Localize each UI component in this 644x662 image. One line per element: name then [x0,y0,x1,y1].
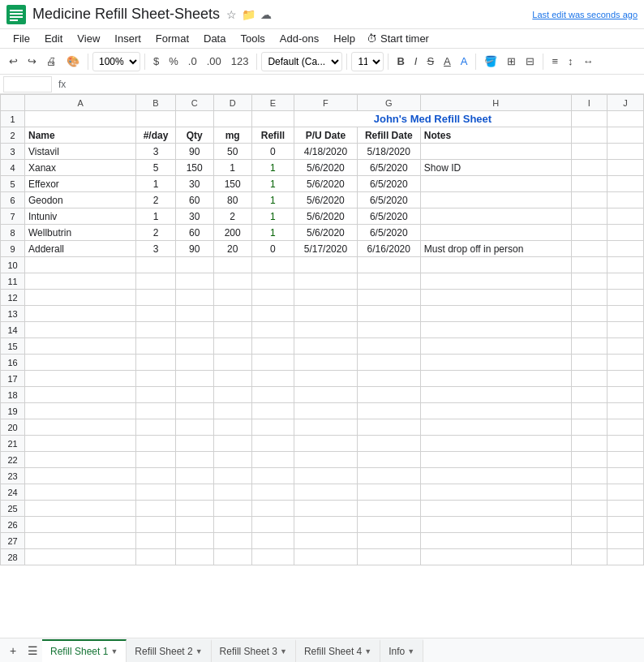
cell-I4[interactable] [571,160,607,176]
cell-J5[interactable] [608,176,644,192]
cell-E3[interactable]: 0 [251,144,294,160]
text-color-button[interactable]: A [457,53,472,70]
cell-E7[interactable]: 1 [251,208,294,225]
cell-A5[interactable]: Effexor [25,176,136,192]
cell-F5[interactable]: 5/6/2020 [294,176,357,192]
cell-G7[interactable]: 6/5/2020 [357,208,420,225]
bold-button[interactable]: B [393,53,408,70]
cell-F6[interactable]: 5/6/2020 [294,192,357,208]
cell-A7[interactable]: Intuniv [25,208,136,225]
cell-D2[interactable]: mg [213,127,251,144]
cell-I8[interactable] [571,225,607,241]
col-header-I[interactable]: I [571,95,607,111]
cell-reference-input[interactable] [3,76,52,92]
paint-format-button[interactable]: 🎨 [62,53,84,70]
cell-D1[interactable] [213,111,251,127]
cell-A8[interactable]: Wellbutrin [25,225,136,241]
cell-B7[interactable]: 1 [136,208,176,225]
sheet-tab-2[interactable]: Refill Sheet 2 ▼ [127,639,211,662]
cell-I3[interactable] [571,144,607,160]
wrap-button[interactable]: ↔ [579,53,598,70]
sheet-list-button[interactable]: ☰ [23,641,42,660]
currency-button[interactable]: $ [149,53,163,70]
cell-C4[interactable]: 150 [175,160,213,176]
col-header-J[interactable]: J [608,95,644,111]
cell-I6[interactable] [571,192,607,208]
cell-B2[interactable]: #/day [136,127,176,144]
cell-I1[interactable] [571,111,607,127]
cell-D3[interactable]: 50 [213,144,251,160]
cell-C9[interactable]: 90 [175,241,213,257]
decimal-increase-button[interactable]: .00 [203,53,225,70]
cell-A3[interactable]: Vistavil [25,144,136,160]
italic-button[interactable]: I [410,53,422,70]
cell-H5[interactable] [420,176,571,192]
cell-C6[interactable]: 60 [175,192,213,208]
folder-icon[interactable]: 📁 [242,8,255,21]
underline-button[interactable]: A [440,53,455,70]
cell-J3[interactable] [608,144,644,160]
align-button[interactable]: ≡ [547,53,562,70]
cell-G8[interactable]: 6/5/2020 [357,225,420,241]
start-timer-button[interactable]: ⏱ Start timer [367,32,429,45]
cell-E6[interactable]: 1 [251,192,294,208]
menu-data[interactable]: Data [197,31,232,46]
cell-B4[interactable]: 5 [136,160,176,176]
merge-button[interactable]: ⊟ [522,53,539,70]
zoom-select[interactable]: 100% [92,52,140,71]
cell-E5[interactable]: 1 [251,176,294,192]
redo-button[interactable]: ↪ [24,53,41,70]
cell-B5[interactable]: 1 [136,176,176,192]
cell-G6[interactable]: 6/5/2020 [357,192,420,208]
undo-button[interactable]: ↩ [5,53,22,70]
cell-H9[interactable]: Must drop off in person [420,241,571,257]
menu-insert[interactable]: Insert [108,31,148,46]
star-icon[interactable]: ☆ [226,8,237,21]
format-number-button[interactable]: 123 [227,53,253,70]
col-header-A[interactable]: A [25,95,136,111]
cell-E9[interactable]: 0 [251,241,294,257]
cell-A1[interactable] [25,111,136,127]
col-header-G[interactable]: G [357,95,420,111]
cell-A6[interactable]: Geodon [25,192,136,208]
cell-J7[interactable] [608,208,644,225]
cell-G3[interactable]: 5/18/2020 [357,144,420,160]
cell-D6[interactable]: 80 [213,192,251,208]
col-header-C[interactable]: C [175,95,213,111]
cell-A4[interactable]: Xanax [25,160,136,176]
cell-D7[interactable]: 2 [213,208,251,225]
cell-B9[interactable]: 3 [136,241,176,257]
cell-F8[interactable]: 5/6/2020 [294,225,357,241]
cell-C1[interactable] [175,111,213,127]
cell-C2[interactable]: Qty [175,127,213,144]
cloud-icon[interactable]: ☁ [260,8,272,21]
cell-J1[interactable] [608,111,644,127]
cell-G9[interactable]: 6/16/2020 [357,241,420,257]
add-sheet-button[interactable]: + [3,641,23,660]
menu-view[interactable]: View [71,31,106,46]
cell-A2[interactable]: Name [25,127,136,144]
cell-C5[interactable]: 30 [175,176,213,192]
cell-I7[interactable] [571,208,607,225]
cell-I5[interactable] [571,176,607,192]
sheet-tab-3[interactable]: Refill Sheet 3 ▼ [212,639,296,662]
cell-G2[interactable]: Refill Date [357,127,420,144]
font-size-select[interactable]: 11 [351,52,384,71]
col-header-D[interactable]: D [213,95,251,111]
cell-D8[interactable]: 200 [213,225,251,241]
cell-H2[interactable]: Notes [420,127,571,144]
col-header-B[interactable]: B [136,95,176,111]
cell-H6[interactable] [420,192,571,208]
cell-D4[interactable]: 1 [213,160,251,176]
cell-F4[interactable]: 5/6/2020 [294,160,357,176]
cell-J8[interactable] [608,225,644,241]
cell-F1-title[interactable]: John's Med Refill Sheet [294,111,571,127]
valign-button[interactable]: ↕ [564,53,577,70]
cell-A9[interactable]: Adderall [25,241,136,257]
cell-E1[interactable] [251,111,294,127]
cell-J6[interactable] [608,192,644,208]
menu-format[interactable]: Format [149,31,195,46]
spreadsheet[interactable]: A B C D E F G H I J 1 [0,94,644,638]
strikethrough-button[interactable]: S [423,53,438,70]
cell-C7[interactable]: 30 [175,208,213,225]
